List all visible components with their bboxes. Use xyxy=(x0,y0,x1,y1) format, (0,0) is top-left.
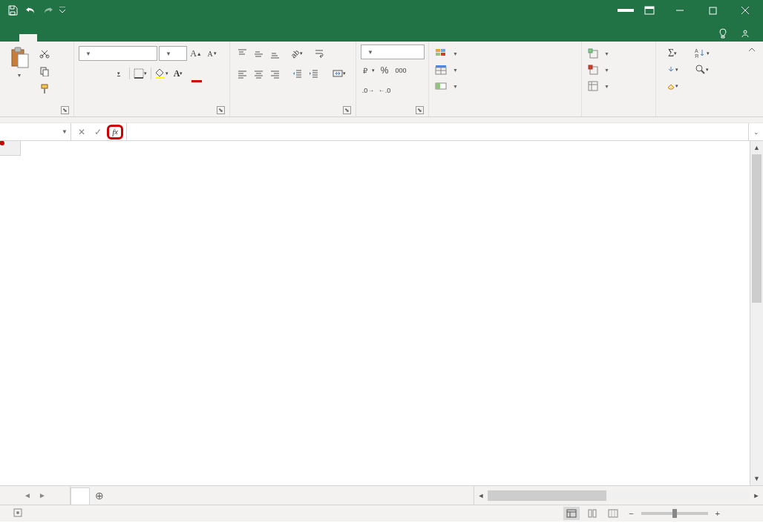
vertical-scrollbar[interactable]: ▲ ▼ xyxy=(750,141,763,485)
format-as-table-button[interactable]: ▼ xyxy=(433,62,459,77)
cell-styles-button[interactable]: ▼ xyxy=(433,79,459,93)
format-painter-button[interactable] xyxy=(37,82,52,96)
font-name-combo[interactable]: ▼ xyxy=(79,46,157,61)
underline-button[interactable]: ▾ xyxy=(111,66,126,81)
macro-record-icon[interactable] xyxy=(13,508,22,519)
alignment-launcher[interactable]: ⬊ xyxy=(343,106,351,114)
tab-formulas[interactable] xyxy=(73,34,91,42)
zoom-slider[interactable] xyxy=(641,512,708,515)
italic-button[interactable] xyxy=(95,66,110,81)
conditional-formatting-button[interactable]: ▼ xyxy=(433,46,459,61)
format-cells-button[interactable]: ▼ xyxy=(586,79,611,93)
name-box[interactable]: ▼ xyxy=(0,123,71,140)
font-launcher[interactable]: ⬊ xyxy=(217,106,225,114)
bold-button[interactable] xyxy=(79,66,94,81)
scroll-right-button[interactable]: ► xyxy=(750,492,763,499)
svg-rect-8 xyxy=(15,47,21,52)
maximize-button[interactable] xyxy=(698,0,727,21)
ribbon-display-options[interactable] xyxy=(637,0,662,21)
decrease-decimal-button[interactable]: ←.0 xyxy=(377,83,392,98)
tab-help[interactable] xyxy=(162,34,180,42)
page-break-view-button[interactable] xyxy=(605,507,621,520)
horizontal-scrollbar[interactable]: ◄ ► xyxy=(474,486,763,505)
sort-filter-button[interactable]: AЯ▾ xyxy=(692,46,713,61)
hscroll-thumb[interactable] xyxy=(488,490,606,501)
name-box-dropdown[interactable]: ▼ xyxy=(62,128,68,135)
tab-file[interactable] xyxy=(1,34,19,42)
sheet-prev-button[interactable]: ◄ xyxy=(24,491,31,499)
clear-button[interactable]: ▾ xyxy=(661,79,684,93)
sheet-next-button[interactable]: ► xyxy=(39,491,46,499)
enter-formula-button[interactable]: ✓ xyxy=(91,125,105,139)
page-layout-view-button[interactable] xyxy=(584,507,600,520)
increase-decimal-button[interactable]: .0→ xyxy=(361,83,376,98)
align-top-button[interactable] xyxy=(235,46,249,61)
fill-button[interactable]: ▾ xyxy=(661,62,684,77)
formula-input[interactable] xyxy=(127,123,748,140)
autosum-button[interactable]: Σ▾ xyxy=(661,46,684,61)
orientation-button[interactable]: ab▾ xyxy=(289,46,304,61)
tab-insert[interactable] xyxy=(37,34,55,42)
signin-button[interactable] xyxy=(618,9,634,12)
merge-button[interactable]: ▾ xyxy=(328,66,350,81)
align-right-button[interactable] xyxy=(267,66,282,81)
tab-page-layout[interactable] xyxy=(55,34,73,42)
increase-font-button[interactable]: A▲ xyxy=(189,46,203,61)
align-center-button[interactable] xyxy=(251,66,266,81)
align-middle-button[interactable] xyxy=(251,46,266,61)
cancel-formula-button[interactable]: ✕ xyxy=(74,125,89,139)
align-left-button[interactable] xyxy=(235,66,249,81)
close-button[interactable] xyxy=(730,0,760,21)
tab-home[interactable] xyxy=(19,34,37,42)
paste-button[interactable]: ▼ xyxy=(4,45,34,79)
insert-cells-button[interactable]: ▼ xyxy=(586,46,611,61)
redo-button[interactable] xyxy=(40,2,56,19)
insert-function-button[interactable]: fx xyxy=(107,125,123,139)
svg-point-69 xyxy=(696,65,702,71)
tab-data[interactable] xyxy=(91,34,108,42)
decrease-font-button[interactable]: A▼ xyxy=(205,46,220,61)
tab-review[interactable] xyxy=(108,34,126,42)
decrease-indent-button[interactable] xyxy=(289,66,304,81)
percent-button[interactable]: % xyxy=(377,63,392,78)
scroll-down-button[interactable]: ▼ xyxy=(750,472,763,485)
svg-rect-18 xyxy=(156,77,165,79)
font-color-button[interactable]: A▾ xyxy=(171,66,186,81)
borders-button[interactable]: ▾ xyxy=(133,66,148,81)
new-sheet-button[interactable]: ⊕ xyxy=(90,486,109,505)
minimize-button[interactable] xyxy=(665,0,695,21)
status-bar: − + xyxy=(0,505,763,522)
svg-text:₽: ₽ xyxy=(363,67,368,75)
share-button[interactable] xyxy=(738,26,756,41)
scroll-up-button[interactable]: ▲ xyxy=(750,141,763,154)
collapse-ribbon-button[interactable] xyxy=(744,42,760,116)
wrap-text-button[interactable] xyxy=(312,46,327,61)
comma-button[interactable]: 000 xyxy=(393,63,408,78)
fill-color-button[interactable]: ▾ xyxy=(154,66,169,81)
align-bottom-button[interactable] xyxy=(267,46,282,61)
normal-view-button[interactable] xyxy=(563,507,580,520)
sheet-tab[interactable] xyxy=(71,487,90,505)
number-format-combo[interactable]: ▼ xyxy=(361,45,425,59)
tell-me-button[interactable] xyxy=(715,25,733,42)
tab-developer[interactable] xyxy=(144,34,162,42)
undo-button[interactable] xyxy=(22,2,39,19)
qat-customize-button[interactable] xyxy=(58,2,67,19)
copy-button[interactable] xyxy=(37,64,52,79)
zoom-out-button[interactable]: − xyxy=(626,509,636,518)
clipboard-launcher[interactable]: ⬊ xyxy=(61,106,69,114)
cells-area[interactable] xyxy=(21,156,750,485)
expand-formula-bar[interactable]: ⌄ xyxy=(748,123,763,140)
vscroll-thumb[interactable] xyxy=(752,154,762,303)
delete-cells-button[interactable]: ▼ xyxy=(586,62,611,77)
cut-button[interactable] xyxy=(37,46,52,61)
increase-indent-button[interactable] xyxy=(306,66,321,81)
accounting-format-button[interactable]: ₽▾ xyxy=(361,63,376,78)
font-size-combo[interactable]: ▼ xyxy=(159,46,187,61)
tab-view[interactable] xyxy=(126,34,144,42)
number-launcher[interactable]: ⬊ xyxy=(416,106,424,114)
zoom-in-button[interactable]: + xyxy=(713,509,723,518)
save-button[interactable] xyxy=(4,2,21,19)
find-select-button[interactable]: ▾ xyxy=(692,62,713,77)
scroll-left-button[interactable]: ◄ xyxy=(474,492,488,499)
